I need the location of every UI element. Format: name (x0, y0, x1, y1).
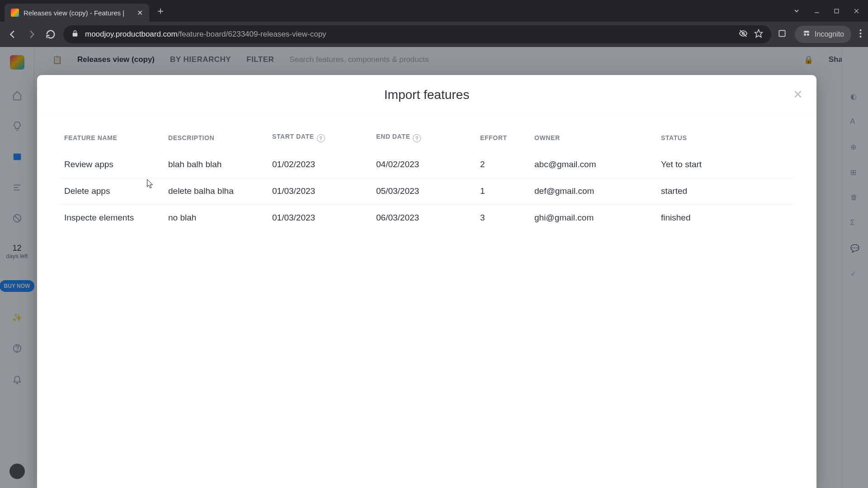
browser-menu-icon[interactable] (859, 29, 862, 40)
url-text: moodjoy.productboard.com/feature-board/6… (85, 30, 326, 39)
cell-effort: 1 (475, 178, 529, 205)
tabs-chevron-icon[interactable] (793, 7, 800, 14)
cell-end: 04/02/2023 (371, 151, 475, 178)
svg-rect-1 (835, 9, 839, 13)
cell-effort: 3 (475, 205, 529, 231)
svg-point-9 (807, 33, 809, 36)
cell-start: 01/03/2023 (267, 178, 371, 205)
help-icon[interactable]: ? (413, 134, 421, 142)
modal-close-button[interactable]: ✕ (793, 88, 803, 102)
cell-desc: blah balh blah (163, 151, 267, 178)
cell-name: Inspecte elements (59, 205, 163, 231)
modal-title: Import features (384, 88, 469, 102)
browser-tabstrip: Releases view (copy) - Features | ✕ ＋ (0, 0, 868, 22)
cell-start: 01/02/2023 (267, 151, 371, 178)
th-owner: OWNER (529, 124, 656, 151)
table-row[interactable]: Inspecte elementsno blah01/03/202306/03/… (59, 205, 795, 231)
table-row[interactable]: Delete appsdelete balha blha01/03/202305… (59, 178, 795, 205)
svg-point-11 (860, 33, 862, 34)
th-start-date: START DATE? (267, 124, 371, 151)
extensions-icon[interactable] (778, 29, 787, 40)
table-row[interactable]: Review appsblah balh blah01/02/202304/02… (59, 151, 795, 178)
cell-owner: ghi@gmail.com (529, 205, 656, 231)
help-icon[interactable]: ? (317, 134, 325, 142)
cell-end: 05/03/2023 (371, 178, 475, 205)
cell-effort: 2 (475, 151, 529, 178)
import-features-modal: Import features ✕ FEATURE NAME DESCRIPTI… (37, 75, 816, 488)
reload-button[interactable] (44, 29, 57, 39)
forward-button[interactable] (25, 29, 38, 39)
address-bar[interactable]: moodjoy.productboard.com/feature-board/6… (63, 25, 771, 43)
back-button[interactable] (6, 29, 19, 39)
svg-point-10 (860, 29, 862, 31)
new-tab-button[interactable]: ＋ (149, 4, 172, 18)
incognito-label: Incognito (815, 30, 844, 38)
cell-status: Yet to start (656, 151, 795, 178)
tab-close-icon[interactable]: ✕ (137, 9, 143, 17)
cell-name: Review apps (59, 151, 163, 178)
cell-owner: def@gmail.com (529, 178, 656, 205)
cell-start: 01/03/2023 (267, 205, 371, 231)
incognito-icon (802, 29, 811, 40)
eye-off-icon[interactable] (739, 29, 748, 40)
tab-title: Releases view (copy) - Features | (24, 9, 132, 17)
th-end-date: END DATE? (371, 124, 475, 151)
th-description: DESCRIPTION (163, 124, 267, 151)
cell-status: finished (656, 205, 795, 231)
th-feature-name: FEATURE NAME (59, 124, 163, 151)
browser-tab[interactable]: Releases view (copy) - Features | ✕ (5, 4, 149, 22)
th-status: STATUS (656, 124, 795, 151)
incognito-badge[interactable]: Incognito (795, 26, 851, 43)
window-close-icon[interactable] (853, 8, 860, 14)
svg-point-12 (860, 36, 862, 38)
svg-rect-7 (779, 30, 785, 36)
cursor-icon (146, 179, 154, 189)
cell-owner: abc@gmail.com (529, 151, 656, 178)
cell-desc: no blah (163, 205, 267, 231)
bookmark-star-icon[interactable] (754, 29, 763, 40)
browser-toolbar: moodjoy.productboard.com/feature-board/6… (0, 22, 868, 47)
cell-desc: delete balha blha (163, 178, 267, 205)
lock-icon (71, 30, 79, 39)
tab-favicon (11, 9, 19, 17)
cell-status: started (656, 178, 795, 205)
svg-marker-6 (755, 29, 763, 37)
features-table: FEATURE NAME DESCRIPTION START DATE? END… (59, 124, 795, 231)
window-minimize-icon[interactable] (814, 8, 820, 14)
window-maximize-icon[interactable] (834, 8, 840, 14)
modal-header: Import features ✕ (37, 75, 816, 115)
svg-point-8 (804, 33, 806, 36)
th-effort: EFFORT (475, 124, 529, 151)
cell-end: 06/03/2023 (371, 205, 475, 231)
